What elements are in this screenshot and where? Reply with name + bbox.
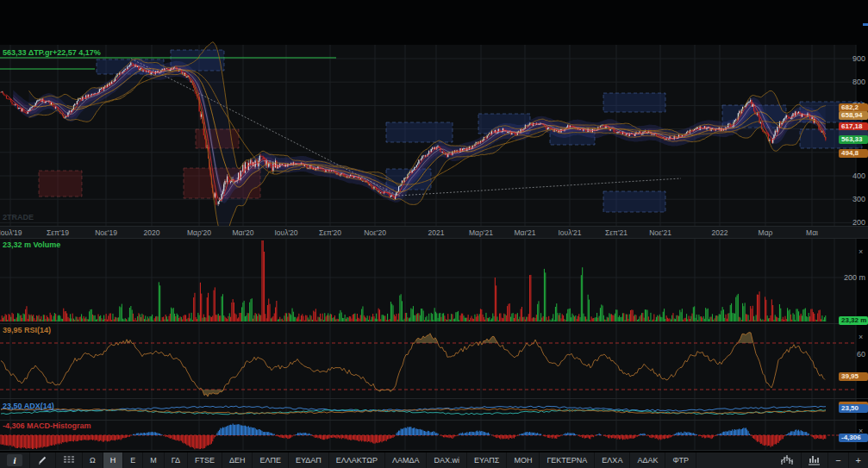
time-axis[interactable]: Ιουλ'19Σεπ'19Νοε'192020Μαρ'20Μαι'20Ιουλ'… [0, 226, 868, 239]
draw-button[interactable] [30, 452, 56, 468]
time-axis-label: Νοε'20 [364, 228, 386, 237]
close-volume-panel-button[interactable]: × [859, 248, 863, 255]
plus-icon: + [856, 455, 861, 465]
list-icon [63, 455, 75, 465]
bottom-toolbar: i ΩΗΕΜΓΔFTSEΔΕΗΕΛΠΕΕΥΔΑΠΕΛΛΑΚΤΩΡΛΑΜΔΑDAX… [0, 452, 868, 468]
zoom-out-button[interactable]: − [828, 452, 848, 468]
toolbar-tab-ΕΛΠΕ[interactable]: ΕΛΠΕ [253, 452, 289, 468]
symbol-quote-label: 563,33 ΔTP.gr+22,57 4,17% [3, 48, 101, 57]
info-icon: i [7, 454, 22, 466]
svg-text:400: 400 [852, 172, 865, 180]
adx-panel[interactable] [0, 398, 868, 420]
minus-icon: − [835, 455, 840, 465]
toolbar-tab-ΜΟΗ[interactable]: ΜΟΗ [507, 452, 540, 468]
svg-text:200 m: 200 m [844, 273, 865, 282]
last-price-badge: 563,33 [839, 135, 868, 144]
close-macd-panel-button[interactable]: × [859, 427, 863, 434]
toolbar-tab-ΕΛΧΑ[interactable]: ΕΛΧΑ [595, 452, 630, 468]
svg-text:300: 300 [852, 195, 865, 203]
zoom-in-button[interactable]: + [849, 452, 868, 468]
price-badge-494: 494,8 [839, 149, 868, 158]
bar-chart-button[interactable] [802, 452, 828, 468]
candlestick-chart-icon [780, 454, 794, 467]
toolbar-tab-ΕΥΑΠΣ[interactable]: ΕΥΑΠΣ [467, 452, 507, 468]
volume-panel[interactable]: 200 m [0, 239, 868, 323]
time-axis-label: Σεπ'20 [319, 228, 341, 237]
time-axis-label: 2020 [144, 228, 160, 237]
time-axis-label: Ιουλ'19 [0, 228, 22, 237]
macd-badge: -4,306 [839, 434, 868, 442]
toolbar-tab-DAX.wi[interactable]: DAX.wi [427, 452, 467, 468]
time-axis-label: Μαρ'21 [469, 228, 493, 237]
volume-badge: 23,32 m [839, 316, 868, 325]
platform-watermark: 2TRADE [3, 213, 34, 222]
time-axis-label: Ιουλ'20 [274, 228, 297, 237]
panel-divider [0, 398, 868, 399]
panel-divider [0, 323, 868, 324]
panel-divider [0, 450, 868, 451]
time-axis-label: Μαρ'20 [187, 228, 211, 237]
time-axis-label: 2022 [712, 228, 728, 237]
rsi-indicator-label: 39,95 RSI(14) [3, 326, 51, 334]
toolbar-tab-FTSE[interactable]: FTSE [188, 452, 222, 468]
toolbar-tab-ΦΤΡ[interactable]: ΦΤΡ [665, 452, 696, 468]
rsi-badge: 39,95 [839, 372, 868, 381]
time-axis-label: 2021 [428, 228, 445, 237]
time-axis-label: Σεπ'21 [605, 228, 628, 237]
trading-chart-app: 900800700600500400300200 Ιουλ'19Σεπ'19Νο… [0, 0, 868, 468]
time-axis-label: Ιουλ'21 [558, 228, 581, 237]
adx-indicator-label: 23,50 ADX(14) [3, 402, 54, 410]
toolbar-tab-ΕΥΔΑΠ[interactable]: ΕΥΔΑΠ [289, 452, 329, 468]
toolbar-tab-ΓΔ[interactable]: ΓΔ [165, 452, 188, 468]
toolbar-tab-Η[interactable]: Η [103, 452, 124, 468]
macd-panel[interactable] [0, 420, 868, 450]
toolbar-tab-ΑΔΑΚ[interactable]: ΑΔΑΚ [630, 452, 665, 468]
svg-text:800: 800 [852, 78, 865, 86]
toolbar-tab-ΛΑΜΔΑ[interactable]: ΛΑΜΔΑ [385, 452, 428, 468]
main-price-panel[interactable]: 900800700600500400300200 [0, 0, 868, 226]
price-badge-658: 658,94 [839, 111, 868, 120]
time-axis-label: Σεπ'19 [47, 228, 69, 237]
time-axis-label: Νοε'19 [95, 228, 117, 237]
time-axis-label: Μαι'20 [233, 228, 254, 237]
svg-text:900: 900 [852, 54, 865, 63]
rsi-panel[interactable]: 6040 [0, 323, 868, 398]
macd-indicator-label: -4,306 MACD-Histogram [3, 421, 91, 430]
list-button[interactable] [56, 452, 83, 468]
close-rsi-panel-button[interactable]: × [859, 334, 863, 340]
bar-chart-icon [809, 454, 821, 467]
svg-text:60: 60 [857, 350, 865, 359]
toolbar-tab-ΓΕΚΤΕΡΝΑ[interactable]: ΓΕΚΤΕΡΝΑ [540, 452, 595, 468]
time-axis-label: Μαι'21 [515, 228, 536, 237]
volume-indicator-label: 23,32 m Volume [3, 240, 60, 249]
toolbar-tab-Μ[interactable]: Μ [143, 452, 165, 468]
panel-divider [0, 420, 868, 421]
toolbar-spacer [696, 452, 773, 468]
time-axis-label: Νοε'21 [649, 228, 671, 237]
toolbar-tab-Ω[interactable]: Ω [83, 452, 103, 468]
time-axis-label: Μαι [806, 228, 818, 237]
scroll-edge-marker [863, 23, 868, 26]
info-button[interactable]: i [0, 452, 30, 468]
svg-text:200: 200 [852, 218, 865, 226]
time-axis-label: Μαρ [759, 228, 773, 237]
toolbar-tab-ΔΕΗ[interactable]: ΔΕΗ [222, 452, 253, 468]
adx-badge: 23,50 [839, 404, 868, 413]
toolbar-tab-ΕΛΛΑΚΤΩΡ[interactable]: ΕΛΛΑΚΤΩΡ [329, 452, 385, 468]
candlestick-chart-button[interactable] [773, 452, 802, 468]
toolbar-tab-Ε[interactable]: Ε [123, 452, 143, 468]
pencil-icon [37, 454, 48, 467]
